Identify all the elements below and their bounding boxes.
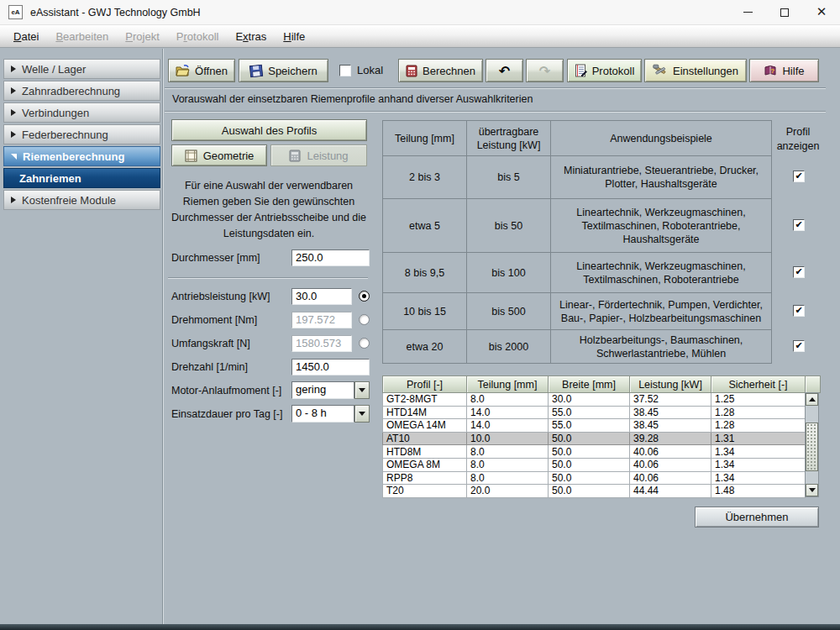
chevron-down-icon[interactable] [354,381,370,399]
results-table: Profil [-] Teilung [mm] Breite [mm] Leis… [382,375,821,498]
column-header[interactable]: Breite [mm] [549,376,630,393]
tools-icon [653,64,668,77]
lokal-checkbox[interactable] [339,65,351,76]
profile-selection-button[interactable]: Auswahl des Profils [171,119,367,141]
daily-operation-row: Einsatzdauer pro Tag [-] 0 - 8 h [171,405,370,423]
profile-overview-table: Teilung [mm] übertragbare Leistung [kW] … [382,120,772,364]
lokal-checkbox-row: Lokal [339,64,383,76]
app-window: { "window": { "title": "eAssistant - GWJ… [0,0,840,630]
floppy-disk-icon [249,64,263,78]
redo-button: ↷ [526,59,564,82]
show-profile-checkbox-2[interactable] [793,219,805,231]
geometry-grid-icon [185,150,197,162]
chevron-down-icon[interactable] [354,405,370,423]
circumferential-force-row: Umfangskraft [N] [171,334,370,352]
result-row-omega-8m[interactable]: OMEGA 8M8.050.040.061.34 [383,458,821,471]
close-icon: ✕ [816,6,827,18]
show-profile-checkbox-1[interactable] [793,171,805,182]
table-row: 2 bis 3 bis 5 Miniaturantriebe, Steueran… [383,156,772,199]
sidebar-item-riemenberechnung[interactable]: Riemenberechnung [3,146,160,166]
menu-bar: Datei Bearbeiten Projekt Protokoll Extra… [0,25,840,48]
help-button[interactable]: ? Hilfe [749,59,819,82]
result-row-at10-selected[interactable]: AT1010.050.039.281.31 [383,432,821,445]
show-profile-checkbox-3[interactable] [793,266,805,278]
column-header[interactable]: Sicherheit [-] [711,376,806,393]
column-header[interactable]: Leistung [kW] [630,376,711,393]
drive-power-row: Antriebsleistung [kW] [171,287,370,305]
folder-open-icon [176,65,190,76]
notepad-icon [575,64,587,77]
result-row-gt2-8mgt[interactable]: GT2-8MGT8.030.037.521.25 [383,393,821,407]
svg-text:?: ? [771,67,775,75]
window-bottom-edge [0,624,840,630]
result-row-htd8m[interactable]: HTD8M8.050.040.061.34 [383,445,821,459]
result-row-omega-14m[interactable]: OMEGA 14M14.055.038.451.28 [383,419,821,433]
apply-button[interactable]: Übernehmen [695,507,819,528]
menu-projekt: Projekt [117,30,168,43]
scrollbar-thumb[interactable] [806,423,818,471]
sidebar-item-kostenfreie-module[interactable]: Kostenfreie Module [3,190,160,210]
toolbar-separator [165,87,826,89]
undo-button[interactable]: ↶ [486,59,523,82]
motor-starting-torque-row: Motor-Anlaufmoment [-] gering [171,381,370,399]
calculator-gray-icon [289,150,301,162]
sidebar-item-zahnradberechnung[interactable]: Zahnradberechnung [3,81,160,101]
drive-power-label: Antriebsleistung [kW] [171,291,291,302]
calculator-icon [406,65,417,77]
sidebar-item-welle-lager[interactable]: Welle / Lager [3,59,160,79]
geometry-tab-button[interactable]: Geometrie [171,144,267,166]
show-profile-checkbox-4[interactable] [793,305,805,317]
torque-radio[interactable] [359,314,370,325]
protocol-button[interactable]: Protokoll [567,59,642,82]
help-book-icon: ? [764,65,777,77]
drive-power-input[interactable] [291,288,352,305]
power-tab-button: Leistung [270,144,367,166]
sidebar-item-verbindungen[interactable]: Verbindungen [3,102,160,123]
menu-datei[interactable]: Datei [5,30,47,43]
show-profile-checkbox-5[interactable] [793,340,805,352]
diameter-input[interactable] [291,249,370,266]
sidebar-item-zahnriemen[interactable]: Zahnriemen [3,168,160,188]
lokal-label: Lokal [357,64,383,76]
column-header[interactable]: Profil [-] [383,376,467,393]
menu-protokoll: Protokoll [168,30,228,43]
sidebar-item-federberechnung[interactable]: Federberechnung [3,124,160,144]
drive-power-radio[interactable] [359,291,370,302]
calculate-button[interactable]: Berechnen [398,59,483,82]
save-button[interactable]: Speichern [239,59,328,82]
speed-input[interactable] [291,359,370,375]
daily-operation-select[interactable]: 0 - 8 h [291,405,370,423]
daily-operation-label: Einsatzdauer pro Tag [-] [171,408,291,420]
motor-starting-torque-select[interactable]: gering [291,381,370,399]
result-row-htd14m[interactable]: HTD14M14.055.038.451.28 [383,406,821,419]
instruction-text: Für eine Auswahl der verwendbaren Riemen… [170,178,368,242]
scroll-up-icon[interactable] [806,393,818,406]
circumferential-force-radio[interactable] [359,338,370,349]
menu-extras[interactable]: Extras [227,30,275,43]
torque-label: Drehmoment [Nm] [171,314,291,326]
table-row: etwa 20 bis 2000 Holzbearbeitungs-, Baum… [383,330,772,364]
diameter-row: Durchmesser [mm] [171,249,370,266]
result-row-t20[interactable]: T2020.050.044.441.48 [383,485,821,498]
redo-icon: ↷ [539,63,550,79]
circumferential-force-input [291,335,352,352]
sidebar-nav: Welle / Lager Zahnradberechnung Verbindu… [3,59,160,212]
scrollbar-header-spacer [806,376,821,393]
settings-button[interactable]: Einstellungen [644,59,747,82]
open-button[interactable]: Öffnen [168,59,235,82]
minimize-icon [743,12,753,13]
app-icon: eA [8,5,23,19]
chevron-right-icon [11,87,16,94]
menu-bearbeiten: Bearbeiten [47,30,117,43]
scroll-down-icon[interactable] [806,484,818,496]
minimize-button[interactable] [729,0,766,25]
show-profile-header: Profil anzeigen [773,125,823,154]
column-header[interactable]: Teilung [mm] [467,376,549,393]
column-header: Anwendungsbeispiele [551,121,772,156]
maximize-button[interactable] [766,0,803,25]
results-scrollbar[interactable] [805,392,819,497]
result-row-rpp8[interactable]: RPP88.050.040.061.34 [383,471,821,485]
chevron-right-icon [11,109,16,116]
close-button[interactable]: ✕ [803,0,840,25]
menu-hilfe[interactable]: Hilfe [275,30,313,43]
